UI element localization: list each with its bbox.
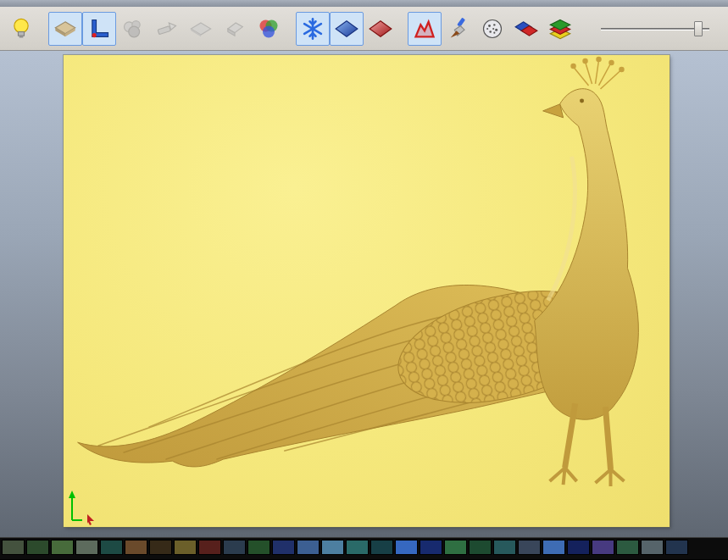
relief-canvas[interactable] <box>64 55 670 527</box>
palette-swatch[interactable] <box>420 540 442 555</box>
palette-swatch[interactable] <box>223 540 246 555</box>
toolbar-separator <box>397 12 408 46</box>
rock-cluster-icon <box>121 17 145 41</box>
palette-swatch[interactable] <box>346 540 369 555</box>
venn-circles-icon <box>257 17 281 41</box>
slider-handle[interactable] <box>694 21 703 36</box>
color-palette <box>0 537 728 559</box>
cursor-arrow-icon <box>86 513 96 525</box>
paintbrush-icon <box>447 17 470 41</box>
smooth-plane-button <box>184 12 218 46</box>
palette-swatch[interactable] <box>493 540 516 555</box>
palette-swatch[interactable] <box>297 540 320 555</box>
palette-swatch[interactable] <box>469 540 492 555</box>
palette-swatch[interactable] <box>370 540 393 555</box>
eraser-icon <box>223 17 247 41</box>
window-top-strip <box>0 0 728 7</box>
chisel-icon <box>155 17 179 41</box>
light-toggle-button[interactable] <box>4 12 38 46</box>
color-layers-button[interactable] <box>543 12 577 46</box>
palette-swatch[interactable] <box>51 540 74 555</box>
red-profile-icon <box>413 17 436 41</box>
origin-axes-button[interactable] <box>82 12 116 46</box>
red-relief-button[interactable] <box>364 12 397 46</box>
reset-light-button[interactable] <box>296 12 330 46</box>
red-diamond-icon <box>369 17 392 41</box>
palette-swatch[interactable] <box>75 540 98 555</box>
layer-stack-icon <box>548 17 572 41</box>
palette-swatch[interactable] <box>592 540 614 555</box>
lightbulb-icon <box>9 17 33 41</box>
palette-swatch[interactable] <box>616 540 639 555</box>
blue-diamond-icon <box>335 17 358 41</box>
palette-swatch[interactable] <box>272 540 295 555</box>
palette-swatch[interactable] <box>247 540 270 555</box>
dual-diamond-icon <box>514 17 538 41</box>
palette-swatch[interactable] <box>174 540 197 555</box>
app-window <box>0 0 728 560</box>
palette-swatch[interactable] <box>198 540 221 555</box>
peacock-relief-model <box>64 55 670 527</box>
palette-swatch[interactable] <box>125 540 147 555</box>
tan-plane-icon <box>53 17 77 41</box>
erase-tool-button <box>218 12 252 46</box>
toolbar-buttons <box>4 12 577 46</box>
main-toolbar <box>0 7 728 51</box>
slider-track <box>601 28 709 30</box>
palette-swatch[interactable] <box>641 540 664 555</box>
paint-relief-button[interactable] <box>442 12 475 46</box>
snowflake-icon <box>301 17 325 41</box>
palette-swatch[interactable] <box>100 540 123 555</box>
color-blend-button[interactable] <box>252 12 286 46</box>
gray-plane-icon <box>189 17 213 41</box>
palette-swatch[interactable] <box>149 540 172 555</box>
palette-swatch[interactable] <box>26 540 49 555</box>
relief-plane-button[interactable] <box>48 12 82 46</box>
compare-relief-button[interactable] <box>509 12 543 46</box>
palette-swatch[interactable] <box>444 540 467 555</box>
palette-swatch[interactable] <box>395 540 418 555</box>
palette-swatch[interactable] <box>665 540 688 555</box>
palette-swatch[interactable] <box>2 540 25 555</box>
blue-relief-button[interactable] <box>330 12 364 46</box>
toolbar-separator <box>286 12 296 46</box>
stipple-texture-button[interactable] <box>475 12 509 46</box>
axes-icon <box>87 17 111 41</box>
view-3d-area[interactable] <box>0 51 728 537</box>
stipple-circle-icon <box>481 17 504 41</box>
sculpt-tool-button <box>150 12 184 46</box>
texture-relief-button <box>116 12 150 46</box>
palette-swatch[interactable] <box>518 540 541 555</box>
palette-swatch[interactable] <box>567 540 590 555</box>
profile-view-button[interactable] <box>408 12 442 46</box>
palette-swatch[interactable] <box>542 540 565 555</box>
light-intensity-slider[interactable] <box>601 19 709 39</box>
palette-swatch[interactable] <box>321 540 344 555</box>
toolbar-separator <box>38 12 48 46</box>
